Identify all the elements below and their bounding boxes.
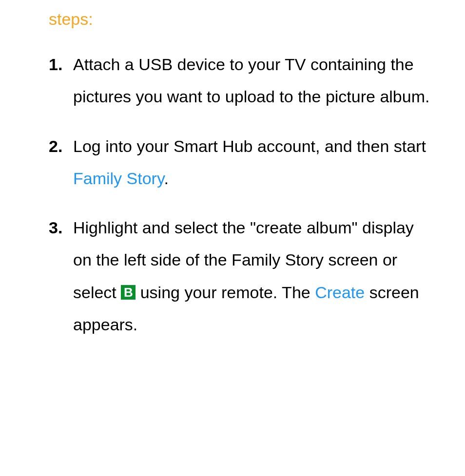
- step-2-text-before: Log into your Smart Hub account, and the…: [73, 137, 426, 155]
- create-link: Create: [315, 283, 365, 302]
- step-3: Highlight and select the "create album" …: [49, 211, 436, 341]
- step-3-text-2: using your remote. The: [136, 283, 315, 302]
- step-1: Attach a USB device to your TV containin…: [49, 48, 436, 113]
- remote-b-button-icon: B: [121, 285, 136, 300]
- family-story-link: Family Story: [73, 169, 164, 188]
- step-2: Log into your Smart Hub account, and the…: [49, 130, 436, 195]
- section-heading: steps:: [49, 10, 436, 29]
- steps-list: Attach a USB device to your TV containin…: [49, 48, 436, 341]
- step-1-text: Attach a USB device to your TV containin…: [73, 55, 429, 106]
- step-2-text-after: .: [164, 169, 168, 188]
